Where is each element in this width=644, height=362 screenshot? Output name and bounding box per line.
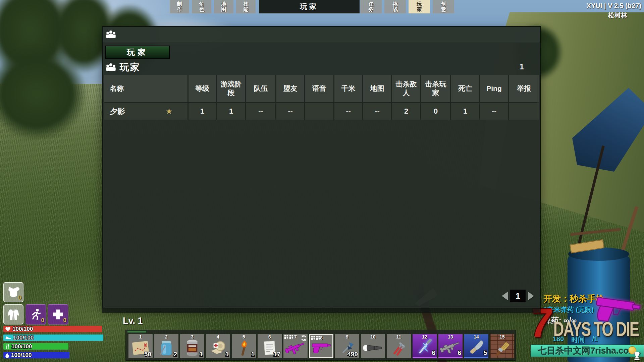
hotbar-slot-13[interactable]: 136	[438, 334, 463, 358]
equip-count: 0	[18, 295, 21, 301]
cell-gamestage: 1	[217, 103, 245, 120]
cell-distance: --	[334, 103, 362, 120]
hotbar-slot-9[interactable]: 9499	[335, 334, 359, 358]
torch-icon	[237, 339, 251, 357]
column-header-player-kills: 击杀玩家	[421, 75, 450, 102]
tab-quests[interactable]: 任 务	[360, 0, 382, 13]
slot-number: 1	[128, 334, 153, 340]
cell-player-kills: 0	[421, 103, 450, 120]
equip-slot-medical[interactable]: 0	[48, 304, 68, 324]
cell-zombie-kills: 2	[392, 103, 420, 120]
status-bars: 100/100100/100100/100100/100	[3, 326, 103, 358]
slot-number: 9	[335, 334, 359, 340]
hotbar-slot-8[interactable]: 8	[309, 334, 333, 358]
page-prev-arrow-icon[interactable]	[502, 292, 508, 300]
player-row[interactable]: 夕影★11--------201--	[104, 103, 537, 120]
slot-count: 6	[458, 349, 461, 357]
machete-icon	[468, 339, 484, 356]
slot-count: 1	[199, 351, 203, 358]
tab-crafting[interactable]: 制 作	[170, 0, 189, 13]
column-header-deaths: 死亡	[451, 75, 479, 102]
cell-map: --	[363, 103, 391, 120]
slot-number: 15	[490, 334, 514, 340]
food-value: 100/100	[11, 343, 32, 350]
page-number: 1	[510, 290, 526, 302]
hotbar-slot-4[interactable]: 41	[206, 334, 230, 358]
health-value: 100/100	[12, 326, 33, 333]
wire-tool-icon	[391, 340, 407, 356]
tab-skills[interactable]: 技 能	[236, 0, 256, 13]
pistol-magenta-icon	[312, 341, 331, 355]
slot-number: 14	[464, 334, 488, 340]
tab-map[interactable]: 地 图	[214, 0, 233, 13]
cell-name: 夕影★	[104, 103, 187, 120]
hotbar-slot-14[interactable]: 145	[464, 334, 488, 358]
column-header-voice: 语音	[305, 75, 333, 102]
hotbar-slot-2[interactable]: 22	[154, 334, 178, 358]
slot-count: 2	[173, 351, 177, 358]
cell-party: --	[246, 103, 275, 120]
water-jar-icon	[159, 339, 174, 357]
heart-icon	[5, 326, 11, 331]
hotbar-slot-6[interactable]: 617	[258, 334, 282, 358]
cell-report[interactable]	[509, 103, 539, 120]
bandage-icon	[209, 340, 227, 356]
medical-icon	[52, 308, 64, 320]
hotbar-slot-10[interactable]: 10	[361, 334, 385, 358]
water-value: 100/100	[11, 352, 32, 359]
star-icon: ★	[166, 107, 172, 115]
people-icon	[105, 63, 116, 72]
hotbar-slot-15[interactable]: 15	[490, 334, 514, 358]
slot-count: 17	[273, 351, 280, 358]
equip-slot-chest[interactable]: 0	[3, 282, 23, 302]
panel-heading: 玩家	[105, 61, 141, 74]
hotbar-slot-3[interactable]: 31	[180, 334, 204, 358]
cell-level: 1	[189, 103, 216, 120]
column-header-party: 队伍	[246, 75, 275, 102]
player-count: 1	[520, 62, 524, 71]
column-header-ping: Ping	[480, 75, 508, 102]
players-title-button[interactable]: 玩家	[105, 46, 170, 59]
food-can-icon	[185, 339, 199, 357]
refresh-icon	[301, 335, 307, 343]
column-header-name: 名称	[104, 75, 187, 102]
tab-players[interactable]: 玩 家	[409, 0, 430, 13]
slot-number: 6	[258, 334, 282, 340]
slot-number: 3	[180, 334, 204, 340]
equip-slot-jacket[interactable]	[3, 304, 23, 324]
tab-creative[interactable]: 创 意	[433, 0, 454, 13]
paintbrush-icon	[494, 339, 511, 357]
hotbar-slot-5[interactable]: 51	[232, 334, 256, 358]
cell-allies: --	[276, 103, 304, 120]
cell-ping: --	[480, 103, 508, 120]
water-icon	[5, 353, 9, 358]
slot-count: 6	[432, 349, 435, 357]
jacket-icon	[6, 308, 20, 321]
hotbar-slot-12[interactable]: 126	[413, 334, 437, 358]
hotbar-slot-1[interactable]: 150	[128, 334, 153, 358]
slot-number: 13	[438, 334, 463, 340]
health-bar: 100/100	[3, 326, 102, 332]
slot-count: 499	[347, 351, 358, 358]
hotbar-slot-7[interactable]: 7	[283, 334, 308, 358]
food-bar: 100/100	[3, 343, 68, 350]
slot-number: 2	[154, 334, 178, 340]
tab-character[interactable]: 角 色	[192, 0, 211, 13]
panel-topbar	[103, 27, 540, 43]
cell-voice	[305, 103, 333, 120]
panel-heading-label: 玩家	[120, 61, 141, 74]
xp-progress-bar	[127, 331, 146, 333]
slot-number: 4	[206, 334, 230, 340]
stamina-bar: 100/100	[3, 335, 103, 341]
column-header-gamestage: 游戏阶段	[217, 75, 245, 102]
tab-challenges[interactable]: 挑 战	[384, 0, 406, 13]
tab-players-title[interactable]: 玩家	[259, 0, 360, 13]
site-banner-text: 七日杀中文网7risha.com	[538, 345, 636, 357]
page-next-arrow-icon[interactable]	[528, 292, 534, 300]
slot-count: 1	[251, 351, 255, 358]
hotbar-slot-11[interactable]: 11	[387, 334, 411, 358]
equip-count: 0	[41, 317, 44, 324]
trophy-icon	[633, 351, 641, 361]
column-header-allies: 盟友	[276, 75, 304, 102]
equip-slot-runner[interactable]: 0	[26, 304, 46, 324]
